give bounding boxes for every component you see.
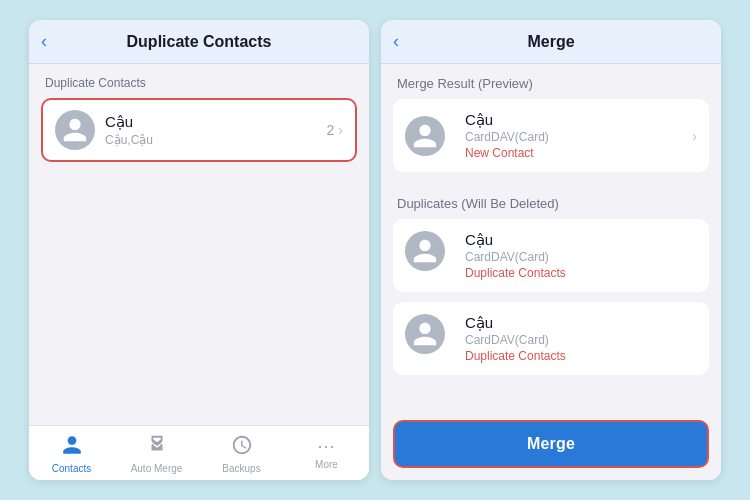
auto-merge-icon — [146, 434, 168, 461]
merge-result-section-label: Merge Result (Preview) — [381, 76, 721, 99]
contact-info: Cậu Cậu,Cậu — [105, 113, 327, 147]
tab-contacts[interactable]: Contacts — [29, 434, 114, 474]
backups-icon — [231, 434, 253, 461]
merge-result-info: Cậu CardDAV(Card) New Contact — [465, 111, 692, 160]
contact-list-item[interactable]: Cậu Cậu,Cậu 2 › — [41, 98, 357, 162]
merge-result-card[interactable]: Cậu CardDAV(Card) New Contact › — [393, 99, 709, 172]
dup-tag-2: Duplicate Contacts — [465, 349, 697, 363]
right-panel-title: Merge — [527, 33, 574, 51]
contact-count: 2 › — [327, 122, 343, 138]
dup-source-2: CardDAV(Card) — [465, 333, 697, 347]
left-panel-title: Duplicate Contacts — [127, 33, 272, 51]
dup-source-1: CardDAV(Card) — [465, 250, 697, 264]
tab-backups[interactable]: Backups — [199, 434, 284, 474]
duplicates-section-label: Duplicates (Will Be Deleted) — [381, 188, 721, 219]
merge-button-container: Merge — [381, 410, 721, 480]
merge-result-tag: New Contact — [465, 146, 692, 160]
contacts-icon — [61, 434, 83, 461]
avatar — [55, 110, 95, 150]
tab-more-label: More — [315, 459, 338, 470]
left-panel: ‹ Duplicate Contacts Duplicate Contacts … — [29, 20, 369, 480]
left-header: ‹ Duplicate Contacts — [29, 20, 369, 64]
dup-name-1: Cậu — [465, 231, 697, 249]
duplicate-item-2: Cậu CardDAV(Card) Duplicate Contacts — [393, 302, 709, 375]
tab-backups-label: Backups — [222, 463, 260, 474]
right-panel: ‹ Merge Merge Result (Preview) Cậu CardD… — [381, 20, 721, 480]
contact-sub: Cậu,Cậu — [105, 133, 327, 147]
tab-more[interactable]: ··· More — [284, 434, 369, 474]
merge-result-chevron-icon: › — [692, 128, 697, 144]
chevron-right-icon: › — [338, 122, 343, 138]
merge-result-avatar — [405, 116, 445, 156]
left-panel-content: Duplicate Contacts Cậu Cậu,Cậu 2 › — [29, 64, 369, 425]
tab-bar: Contacts Auto Merge Backups ··· More — [29, 425, 369, 480]
dup-name-2: Cậu — [465, 314, 697, 332]
dup-info-2: Cậu CardDAV(Card) Duplicate Contacts — [465, 314, 697, 363]
right-header: ‹ Merge — [381, 20, 721, 64]
right-back-button[interactable]: ‹ — [393, 31, 399, 52]
merge-result-row: Cậu CardDAV(Card) New Contact › — [405, 111, 697, 160]
tab-auto-merge-label: Auto Merge — [131, 463, 183, 474]
merge-result-name: Cậu — [465, 111, 692, 129]
merge-result-source: CardDAV(Card) — [465, 130, 692, 144]
dup-avatar-1 — [405, 231, 445, 271]
right-panel-content: Merge Result (Preview) Cậu CardDAV(Card)… — [381, 64, 721, 410]
contact-name: Cậu — [105, 113, 327, 131]
more-icon: ··· — [317, 434, 335, 457]
left-back-button[interactable]: ‹ — [41, 31, 47, 52]
dup-info-1: Cậu CardDAV(Card) Duplicate Contacts — [465, 231, 697, 280]
duplicate-contacts-section-label: Duplicate Contacts — [29, 76, 369, 98]
tab-contacts-label: Contacts — [52, 463, 91, 474]
dup-avatar-2 — [405, 314, 445, 354]
merge-button[interactable]: Merge — [393, 420, 709, 468]
tab-auto-merge[interactable]: Auto Merge — [114, 434, 199, 474]
dup-tag-1: Duplicate Contacts — [465, 266, 697, 280]
duplicate-item-1: Cậu CardDAV(Card) Duplicate Contacts — [393, 219, 709, 292]
